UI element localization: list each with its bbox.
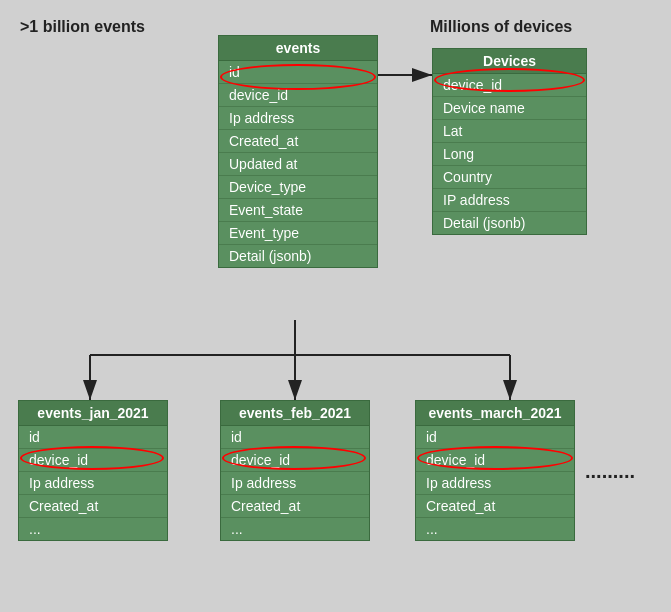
events-jan-row-ip: Ip address: [19, 472, 167, 495]
events-row-id: id: [219, 61, 377, 84]
events-feb-row-ip: Ip address: [221, 472, 369, 495]
events-row-device-id: device_id: [219, 84, 377, 107]
events-feb-table: events_feb_2021 id device_id Ip address …: [220, 400, 370, 541]
events-table-header: events: [219, 36, 377, 61]
devices-row-detail: Detail (jsonb): [433, 212, 586, 234]
events-jan-row-id: id: [19, 426, 167, 449]
events-march-row-dots: ...: [416, 518, 574, 540]
events-table: events id device_id Ip address Created_a…: [218, 35, 378, 268]
events-feb-header: events_feb_2021: [221, 401, 369, 426]
devices-row-ip: IP address: [433, 189, 586, 212]
events-row-created: Created_at: [219, 130, 377, 153]
events-feb-row-dots: ...: [221, 518, 369, 540]
continuation-dots: .........: [585, 460, 635, 483]
events-row-event-type: Event_type: [219, 222, 377, 245]
diagram-container: >1 billion events Millions of devices ev…: [0, 0, 671, 612]
events-feb-row-id: id: [221, 426, 369, 449]
million-devices-label: Millions of devices: [430, 18, 572, 36]
devices-table: Devices device_id Device name Lat Long C…: [432, 48, 587, 235]
events-row-device-type: Device_type: [219, 176, 377, 199]
events-march-row-ip: Ip address: [416, 472, 574, 495]
events-march-table: events_march_2021 id device_id Ip addres…: [415, 400, 575, 541]
events-jan-header: events_jan_2021: [19, 401, 167, 426]
events-feb-row-created: Created_at: [221, 495, 369, 518]
events-march-row-created: Created_at: [416, 495, 574, 518]
events-march-row-id: id: [416, 426, 574, 449]
events-jan-table: events_jan_2021 id device_id Ip address …: [18, 400, 168, 541]
events-row-updated: Updated at: [219, 153, 377, 176]
events-row-detail: Detail (jsonb): [219, 245, 377, 267]
billion-events-label: >1 billion events: [20, 18, 145, 36]
devices-row-device-name: Device name: [433, 97, 586, 120]
events-jan-row-dots: ...: [19, 518, 167, 540]
events-march-row-device-id: device_id: [416, 449, 574, 472]
devices-row-country: Country: [433, 166, 586, 189]
events-march-header: events_march_2021: [416, 401, 574, 426]
events-jan-row-created: Created_at: [19, 495, 167, 518]
devices-row-device-id: device_id: [433, 74, 586, 97]
devices-table-header: Devices: [433, 49, 586, 74]
events-row-event-state: Event_state: [219, 199, 377, 222]
events-row-ip: Ip address: [219, 107, 377, 130]
events-jan-row-device-id: device_id: [19, 449, 167, 472]
devices-row-lat: Lat: [433, 120, 586, 143]
devices-row-long: Long: [433, 143, 586, 166]
events-feb-row-device-id: device_id: [221, 449, 369, 472]
